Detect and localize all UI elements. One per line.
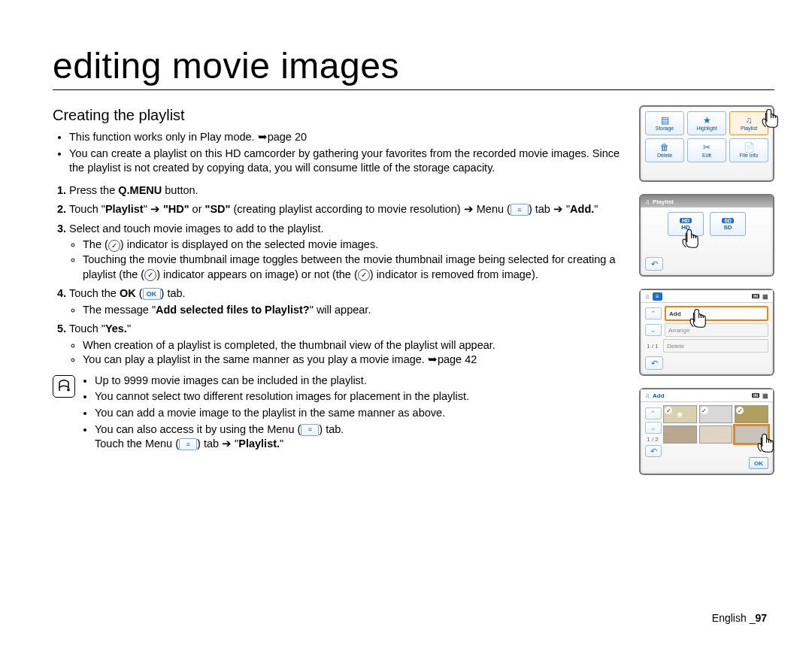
notes-list: Up to 9999 movie images can be included … [81,374,469,452]
up-arrow-icon: ⌃ [645,307,662,319]
step-2: Touch "Playlist" ➔ "HD" or "SD" (creatin… [69,202,624,217]
menu-icon: ≡ [511,204,529,216]
page-footer: English _97 [712,612,767,624]
ok-icon: OK [143,288,161,300]
down-arrow-icon: ⌄ [645,324,662,336]
ok-button: OK [749,457,768,469]
body-text: Creating the playlist This function work… [53,105,624,453]
figure-add-thumbs: ♫ Add IN▦ ⌃ ⌄ 1 / 2 ↶ ❀ [639,388,774,475]
qmenu-fileinfo: 📄File Info [729,138,768,162]
menu-item-arrange: Arrange [665,323,768,337]
check-icon: ✓ [358,269,370,281]
playlist-hd-button: HDHD [668,212,704,236]
intro-item: This function works only in Play mode. ➥… [69,130,624,145]
menu-icon: ≡ [301,424,319,436]
note-item: Up to 9999 movie images can be included … [95,374,469,389]
menu-item-add: Add [665,306,768,321]
thumbnail [735,405,768,423]
check-icon: ✓ [108,240,120,252]
step-5-sub: You can play a playlist in the same mann… [83,353,624,368]
note-icon [53,375,75,398]
menu-icon: ≡ [179,438,197,450]
page-indicator: 1 / 2 [645,436,660,443]
return-icon: ↶ [645,356,663,370]
figure-qmenu: ▤Storage ★Highlight ♫Playlist 🗑Delete ✂E… [639,105,774,182]
qmenu-edit: ✂Edit [687,138,726,162]
qmenu-highlight: ★Highlight [687,111,726,135]
intro-item: You can create a playlist on this HD cam… [69,147,624,176]
figure-menu-list: ♫ ≡ IN▦ ⌃Add ⌄Arrange 1 / 1Delete ↶ [639,289,774,376]
playlist-sd-button: SDSD [710,212,746,236]
note-item: You can also access it by using the Menu… [95,422,469,452]
check-icon: ✓ [144,269,156,281]
qmenu-playlist: ♫Playlist [729,111,768,135]
return-icon: ↶ [645,257,663,271]
return-icon: ↶ [645,445,662,457]
figures-column: ▤Storage ★Highlight ♫Playlist 🗑Delete ✂E… [639,105,774,475]
step-3-sub: The (✓) indicator is displayed on the se… [83,238,624,253]
qmenu-storage: ▤Storage [645,111,684,135]
menu-tab-icon: ≡ [653,292,662,301]
step-5-sub: When creation of a playlist is completed… [83,338,624,353]
thumbnail [699,405,733,423]
note-item: You can add a movie image to the playlis… [95,406,469,421]
section-heading: Creating the playlist [53,105,624,126]
step-1: Press the Q.MENU button. [69,183,624,198]
thumbnail [699,425,733,444]
step-3: Select and touch movie images to add to … [69,222,624,282]
menu-item-delete: Delete [663,339,768,353]
step-4: Touch the OK (OK) tab. The message "Add … [69,286,624,317]
thumbnail: ❀ [663,405,697,423]
step-5: Touch "Yes." When creation of a playlist… [69,322,624,368]
page-title: editing movie images [53,45,774,90]
figure-playlist-select: ♫Playlist HDHD SDSD ↶ [639,194,774,277]
steps-list: Press the Q.MENU button. Touch "Playlist… [53,183,624,368]
down-arrow-icon: ⌄ [645,422,662,434]
thumbnail [663,425,697,444]
page-indicator: 1 / 1 [645,343,660,350]
up-arrow-icon: ⌃ [645,407,662,419]
step-3-sub: Touching the movie thumbnail image toggl… [83,253,624,282]
intro-bullets: This function works only in Play mode. ➥… [53,130,624,176]
thumbnail-selected [735,425,768,444]
qmenu-delete: 🗑Delete [645,138,684,162]
step-4-sub: The message "Add selected files to Playl… [83,303,624,318]
note-item: You cannot select two different resoluti… [95,389,469,404]
